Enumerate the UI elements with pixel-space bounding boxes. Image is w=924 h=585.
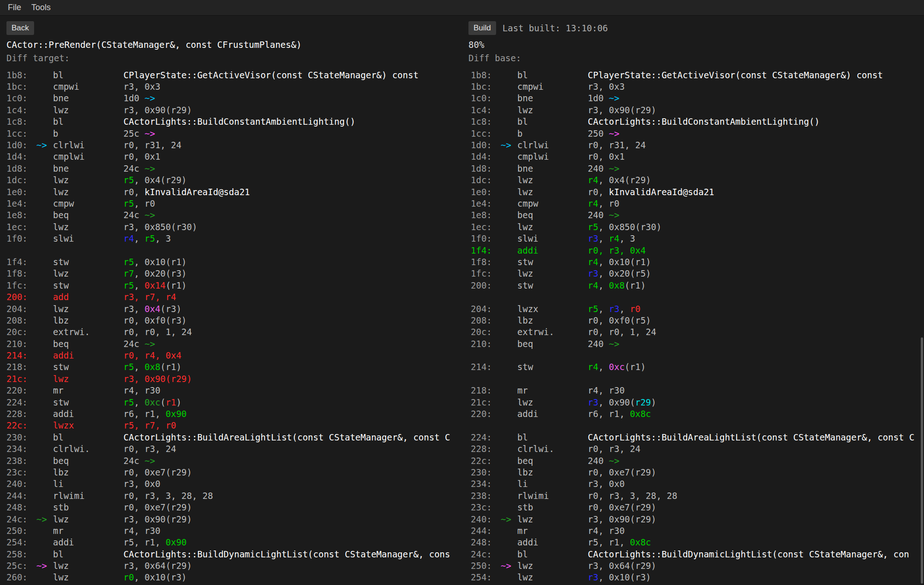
asm-row[interactable]: 228:addir6, r1, 0x90 <box>0 408 464 419</box>
asm-row[interactable]: 1dc:lwzr4, 0x4(r29) <box>464 174 924 186</box>
asm-row[interactable]: 210:beq24c ~> <box>0 338 464 349</box>
asm-row[interactable]: 24c:~>lwzr3, 0x90(r29) <box>0 513 464 525</box>
asm-row[interactable]: 218:mrr4, r30 <box>464 385 924 396</box>
asm-row[interactable]: 1dc:lwzr5, 0x4(r29) <box>0 174 464 186</box>
asm-operands: r3, 0x0 <box>588 479 924 489</box>
asm-row[interactable]: 1c4:lwzr3, 0x90(r29) <box>464 104 924 116</box>
asm-row[interactable]: 1d4:cmplwir0, 0x1 <box>0 151 464 162</box>
asm-operand-token: r4, r30 <box>588 385 625 395</box>
asm-row[interactable]: 234:clrlwi.r0, r3, 24 <box>0 443 464 455</box>
asm-row[interactable]: 200:addr3, r7, r4 <box>0 291 464 302</box>
asm-operands: r5, 0x850(r30) <box>588 222 924 232</box>
asm-row[interactable]: 1f0:slwir3, r4, 3 <box>464 232 924 244</box>
asm-row[interactable]: 240:lir3, 0x0 <box>0 478 464 490</box>
asm-row[interactable]: 1d4:cmplwir0, 0x1 <box>464 151 924 162</box>
asm-row[interactable]: 1d0:~>clrlwir0, r31, 24 <box>0 139 464 151</box>
asm-row[interactable]: 1fc:stwr5, 0x14(r1) <box>0 279 464 291</box>
asm-row[interactable]: 220:mrr4, r30 <box>0 385 464 396</box>
asm-row[interactable]: 208:lbzr0, 0xf0(r3) <box>0 314 464 326</box>
menu-tools[interactable]: Tools <box>26 1 56 14</box>
menu-file[interactable]: File <box>3 1 26 14</box>
asm-operand-token: r3, 0x3 <box>588 81 625 92</box>
asm-row[interactable]: 1d0:~>clrlwir0, r31, 24 <box>464 139 924 151</box>
asm-row[interactable]: 228:clrlwi.r0, r3, 24 <box>464 443 924 455</box>
asm-row[interactable]: 1b8:blCPlayerState::GetActiveVisor(const… <box>0 69 464 81</box>
asm-row[interactable]: 25c:~>lwzr3, 0x64(r29) <box>0 560 464 571</box>
asm-row[interactable]: 234:lir3, 0x0 <box>464 478 924 490</box>
asm-row[interactable]: 224:blCActorLights::BuildAreaLightList(c… <box>464 431 924 443</box>
asm-row[interactable]: 1c0:bne1d0 ~> <box>464 93 924 104</box>
asm-operand-token: CActorLights::BuildAreaLightList(const C… <box>123 432 450 442</box>
asm-row[interactable]: 1e0:lwzr0, kInvalidAreaId@sda21 <box>0 186 464 197</box>
asm-row[interactable]: 248:stbr0, 0xe7(r29) <box>0 501 464 513</box>
asm-row[interactable]: 1cc:b25c ~> <box>0 127 464 139</box>
asm-row[interactable]: 20c:extrwi.r0, r0, 1, 24 <box>0 326 464 338</box>
asm-row[interactable]: 254:addir5, r1, 0x90 <box>0 537 464 548</box>
asm-row[interactable]: 1e0:lwzr0, kInvalidAreaId@sda21 <box>464 186 924 197</box>
asm-row[interactable]: 240:~>lwzr3, 0x90(r29) <box>464 513 924 525</box>
asm-mnemonic: extrwi. <box>517 327 588 337</box>
asm-row[interactable]: 1c8:blCActorLights::BuildConstantAmbient… <box>0 116 464 127</box>
asm-row[interactable]: 1f8:lwzr7, 0x20(r3) <box>0 268 464 279</box>
asm-row[interactable]: 1cc:b250 ~> <box>464 127 924 139</box>
asm-row[interactable]: 250:mrr4, r30 <box>0 525 464 536</box>
asm-row[interactable]: 1d8:bne24c ~> <box>0 162 464 174</box>
asm-row[interactable]: 200:stwr4, 0x8(r1) <box>464 279 924 291</box>
asm-operands: r5, r3, r0 <box>588 304 924 314</box>
asm-row[interactable]: 1e8:beq240 ~> <box>464 209 924 221</box>
asm-row[interactable]: 1bc:cmpwir3, 0x3 <box>464 81 924 92</box>
asm-row[interactable]: 20c:extrwi.r0, r0, 1, 24 <box>464 326 924 338</box>
diff-view: 1b8:blCPlayerState::GetActiveVisor(const… <box>0 69 924 585</box>
asm-row[interactable]: 230:blCActorLights::BuildAreaLightList(c… <box>0 431 464 443</box>
asm-row[interactable]: 23c:stbr0, 0xe7(r29) <box>464 501 924 513</box>
asm-row[interactable]: 21c:lwzr3, 0x90(r29) <box>464 396 924 408</box>
asm-row[interactable]: 220:addir6, r1, 0x8c <box>464 408 924 419</box>
scrollbar[interactable] <box>921 337 923 584</box>
asm-row[interactable]: 1ec:lwzr3, 0x850(r30) <box>0 221 464 232</box>
asm-row[interactable]: 214:stwr4, 0xc(r1) <box>464 361 924 373</box>
asm-row[interactable]: 22c:lwzxr5, r7, r0 <box>0 420 464 431</box>
asm-row[interactable]: 1ec:lwzr5, 0x850(r30) <box>464 221 924 232</box>
asm-row[interactable]: 1bc:cmpwir3, 0x3 <box>0 81 464 92</box>
build-button[interactable]: Build <box>468 21 496 35</box>
back-button[interactable]: Back <box>6 21 34 35</box>
asm-row[interactable]: 244:mrr4, r30 <box>464 525 924 536</box>
asm-row[interactable]: 1e4:cmpwr5, r0 <box>0 197 464 209</box>
asm-row[interactable]: 1c0:bne1d0 ~> <box>0 93 464 104</box>
asm-operand-token: , <box>134 233 145 243</box>
asm-row[interactable]: 214:addir0, r4, 0x4 <box>0 349 464 361</box>
asm-row[interactable]: 1c8:blCActorLights::BuildConstantAmbient… <box>464 116 924 127</box>
asm-row[interactable]: 1e8:beq24c ~> <box>0 209 464 221</box>
asm-row[interactable]: 204:lwzr3, 0x4(r3) <box>0 303 464 314</box>
asm-row[interactable]: 1c4:lwzr3, 0x90(r29) <box>0 104 464 116</box>
asm-row[interactable]: 1e4:cmpwr4, r0 <box>464 197 924 209</box>
asm-address: 20c: <box>471 327 501 337</box>
asm-row[interactable]: 1f4:stwr5, 0x10(r1) <box>0 256 464 267</box>
asm-row[interactable]: 1d8:bne240 ~> <box>464 162 924 174</box>
asm-row[interactable]: 1f4:addir0, r3, 0x4 <box>464 244 924 256</box>
asm-operands: 24c ~> <box>123 163 464 174</box>
asm-row[interactable]: 1fc:lwzr3, 0x20(r5) <box>464 268 924 279</box>
asm-row[interactable]: 1f8:stwr4, 0x10(r1) <box>464 256 924 267</box>
asm-row[interactable]: 250:~>lwzr3, 0x64(r29) <box>464 560 924 571</box>
asm-row[interactable]: 238:rlwimir0, r3, 3, 28, 28 <box>464 490 924 501</box>
asm-row[interactable]: 1f0:slwir4, r5, 3 <box>0 232 464 244</box>
asm-row[interactable]: 210:beq240 ~> <box>464 338 924 349</box>
asm-operands: CActorLights::BuildConstantAmbientLighti… <box>588 116 924 127</box>
asm-row[interactable]: 230:lbzr0, 0xe7(r29) <box>464 466 924 478</box>
asm-row[interactable]: 244:rlwimir0, r3, 3, 28, 28 <box>0 490 464 501</box>
asm-row[interactable]: 258:blCActorLights::BuildDynamicLightLis… <box>0 548 464 560</box>
asm-row[interactable]: 208:lbzr0, 0xf0(r5) <box>464 314 924 326</box>
asm-row[interactable]: 204:lwzxr5, r3, r0 <box>464 303 924 314</box>
asm-row[interactable]: 23c:lbzr0, 0xe7(r29) <box>0 466 464 478</box>
asm-row[interactable]: 1b8:blCPlayerState::GetActiveVisor(const… <box>464 69 924 81</box>
asm-row[interactable]: 260:lwzr0, 0x10(r3) <box>0 572 464 583</box>
asm-row[interactable]: 254:lwzr3, 0x10(r3) <box>464 572 924 583</box>
asm-row[interactable]: 21c:lwzr3, 0x90(r29) <box>0 373 464 384</box>
asm-row[interactable]: 238:beq24c ~> <box>0 455 464 466</box>
asm-row[interactable]: 224:stwr5, 0xc(r1) <box>0 396 464 408</box>
asm-row[interactable]: 22c:beq240 ~> <box>464 455 924 466</box>
asm-row[interactable]: 218:stwr5, 0x8(r1) <box>0 361 464 373</box>
asm-row[interactable]: 248:addir5, r1, 0x8c <box>464 537 924 548</box>
asm-row[interactable]: 24c:blCActorLights::BuildDynamicLightLis… <box>464 548 924 560</box>
